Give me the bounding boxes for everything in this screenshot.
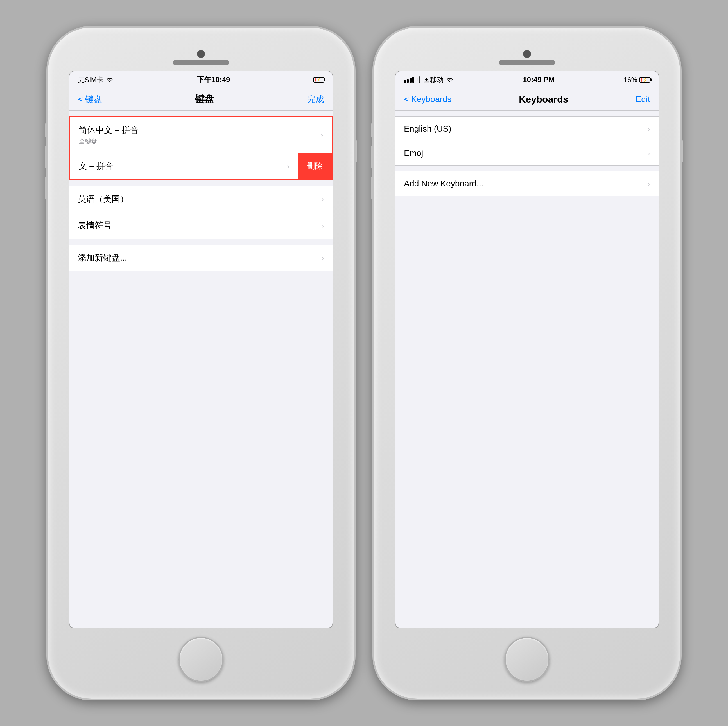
phone2-list: English (US) › Emoji › Add New Keyboard.… [396,111,659,628]
phone1-item5-content: 添加新键盘... [78,252,321,264]
phone2-item3-chevron: › [648,179,650,188]
phone1-highlighted-group: 简体中文 – 拼音 全键盘 › 文 – 拼音 › 删除 [69,116,332,180]
phone2-battery-fill [641,78,642,81]
phone2-item1-title: English (US) [404,124,648,133]
speaker [173,60,229,65]
phone1-battery-icon: ⚡ [314,77,324,83]
phone1-nav-title: 键盘 [195,93,214,106]
phone1-item1-content: 简体中文 – 拼音 全键盘 [79,124,321,145]
phone1-item5-title: 添加新键盘... [78,252,321,264]
phone2-battery-icon: ⚡ [639,77,650,83]
phone1-charging-bolt: ⚡ [316,78,321,82]
phone1-back-button[interactable]: < 键盘 [78,93,102,105]
phone2-front-camera [523,50,531,58]
phone1-list-group-2: 英语（美国） › 表情符号 › [69,186,332,239]
phone1-battery-fill [315,78,316,81]
phone1-item1-subtitle: 全键盘 [79,137,321,145]
phone2-item3-content: Add New Keyboard... [404,179,648,188]
phone2-item2-title: Emoji [404,148,648,158]
phone2-speaker [499,60,555,65]
phone2-charging-bolt: ⚡ [642,78,647,82]
mute-button[interactable] [45,123,48,137]
phone1-item2-chevron: › [287,162,289,171]
phone1-done-button[interactable]: 完成 [307,93,324,105]
phone1-list-group-3: 添加新键盘... › [69,245,332,271]
phone1-time: 下午10:49 [197,75,230,85]
phone1-status-right: ⚡ [314,77,324,83]
phone1-delete-button[interactable]: 删除 [298,153,332,179]
phone1-item1-chevron: › [321,130,323,139]
phone-1: 无SIM卡 下午10:49 ⚡ < 键盘 键盘 完成 [46,26,356,700]
power-button[interactable] [354,140,357,162]
phone2-item2-chevron: › [648,149,650,158]
phone1-list-item-3[interactable]: 英语（美国） › [69,186,332,212]
phone2-status-bar: 中国移动 10:49 PM 16% ⚡ [396,71,659,88]
phone1-list-item-2[interactable]: 文 – 拼音 › [70,153,298,179]
phone2-battery-pct: 16% [624,76,637,84]
phone1-home-button[interactable] [179,637,223,682]
phone2-list-group-1: English (US) › Emoji › [396,116,659,165]
phone1-item4-title: 表情符号 [78,220,321,231]
phone2-list-group-2: Add New Keyboard... › [396,171,659,196]
phone2-list-item-2[interactable]: Emoji › [396,141,659,165]
phone1-item2-content: 文 – 拼音 [79,160,287,172]
phone2-list-item-1[interactable]: English (US) › [396,117,659,141]
phone2-carrier: 中国移动 [416,75,444,84]
phone2-time: 10:49 PM [523,75,555,84]
phone1-list-item-2-wrapper: 文 – 拼音 › 删除 [70,153,332,179]
phone2-item2-content: Emoji [404,148,648,158]
phone2-wifi-icon [446,77,454,83]
phone1-status-left: 无SIM卡 [78,75,113,84]
phone2-item3-title: Add New Keyboard... [404,179,648,188]
phone1-item3-title: 英语（美国） [78,193,321,205]
phone2-screen: 中国移动 10:49 PM 16% ⚡ < Keyboards Keyboard… [395,71,659,628]
phone2-nav-title: Keyboards [519,94,568,105]
phone2-nav-bar: < Keyboards Keyboards Edit [396,88,659,111]
phone1-list: 简体中文 – 拼音 全键盘 › 文 – 拼音 › 删除 [69,111,332,628]
phone1-carrier: 无SIM卡 [78,75,104,84]
phone1-item5-chevron: › [321,253,324,262]
front-camera [197,50,205,58]
phone2-edit-button[interactable]: Edit [636,95,650,104]
phone1-item4-content: 表情符号 [78,220,321,231]
phone2-power-button[interactable] [680,140,683,162]
phone2-item1-chevron: › [648,124,650,133]
phone2-item1-content: English (US) [404,124,648,133]
phone1-nav-bar: < 键盘 键盘 完成 [69,88,332,111]
phone2-volume-up-button[interactable] [371,145,374,168]
phone2-status-left: 中国移动 [404,75,454,84]
phone1-screen: 无SIM卡 下午10:49 ⚡ < 键盘 键盘 完成 [69,71,333,628]
phone1-item3-content: 英语（美国） [78,193,321,205]
phone2-back-button[interactable]: < Keyboards [404,95,451,104]
phone1-item2-title: 文 – 拼音 [79,160,287,172]
volume-up-button[interactable] [45,145,48,168]
wifi-icon [106,77,113,83]
phone1-status-bar: 无SIM卡 下午10:49 ⚡ [69,71,332,88]
phone2-list-item-3[interactable]: Add New Keyboard... › [396,171,659,196]
phone1-list-item-5[interactable]: 添加新键盘... › [69,245,332,271]
volume-down-button[interactable] [45,177,48,199]
phone2-volume-down-button[interactable] [371,177,374,199]
phone2-status-right: 16% ⚡ [624,76,650,84]
phone2-signal-bars [404,77,414,83]
phone-2: 中国移动 10:49 PM 16% ⚡ < Keyboards Keyboard… [372,26,682,700]
phone1-item1-title: 简体中文 – 拼音 [79,124,321,136]
phone2-home-button[interactable] [505,637,549,682]
phone2-mute-button[interactable] [371,123,374,137]
phone1-list-item-4[interactable]: 表情符号 › [69,212,332,238]
phone1-list-item-1[interactable]: 简体中文 – 拼音 全键盘 › [70,117,332,153]
phone1-item4-chevron: › [321,221,324,230]
phone1-item3-chevron: › [321,194,324,203]
